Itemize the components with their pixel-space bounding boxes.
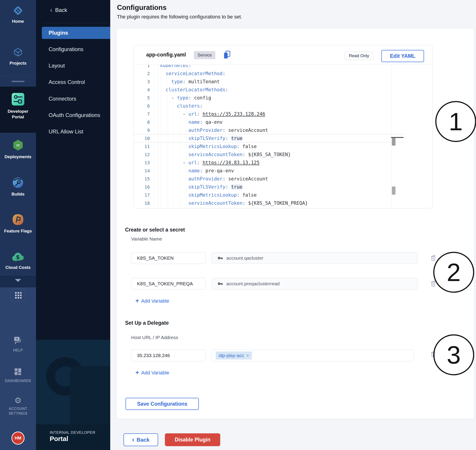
yaml-line-9: 9 authProvider: serviceAccount bbox=[134, 126, 393, 134]
sidebar-user-avatar[interactable]: HM bbox=[0, 432, 36, 444]
plugin-subnav: ‹ Back PluginsConfigurationsLayoutAccess… bbox=[36, 0, 110, 450]
delegate-heading: Set Up a Delegate bbox=[125, 320, 169, 326]
yaml-line-11: 11 skipMetricsLookup: false bbox=[134, 142, 393, 151]
feature-flags-icon bbox=[12, 214, 24, 226]
secret-selector[interactable]: account.preqaclusterread bbox=[212, 278, 417, 290]
yaml-line-8: 8 name: qa-env bbox=[134, 118, 393, 126]
annotation-circle-1: 1 bbox=[435, 101, 476, 142]
yaml-line-10: 10 skipTLSVerify: true bbox=[134, 134, 393, 142]
sidebar-item-feature-flags[interactable]: Feature Flags bbox=[0, 214, 36, 234]
sidebar-item-label: Developer Portal bbox=[1, 109, 35, 120]
subnav-item-oauth-configurations[interactable]: OAuth Configurations bbox=[36, 109, 110, 121]
add-variable-link-delegate[interactable]: + Add Variable bbox=[135, 370, 169, 376]
host-url-label: Host URL / IP Address bbox=[131, 335, 178, 340]
copy-icon[interactable] bbox=[223, 50, 231, 60]
read-only-badge: Read Only bbox=[345, 52, 373, 60]
sidebar-item-home[interactable]: Home bbox=[0, 6, 36, 24]
sidebar-item-builds[interactable]: Builds bbox=[0, 177, 36, 197]
sidebar-divider-handle[interactable] bbox=[0, 76, 36, 87]
yaml-line-6: 6 clusters: bbox=[134, 102, 393, 110]
save-configurations-button[interactable]: Save Configurations bbox=[125, 398, 199, 410]
help-icon: ? bbox=[13, 336, 23, 346]
back-button[interactable]: ‹ Back bbox=[123, 433, 158, 446]
dashboards-icon bbox=[14, 368, 22, 377]
plus-icon: + bbox=[135, 298, 139, 304]
subnav-item-layout[interactable]: Layout bbox=[36, 60, 110, 72]
disable-plugin-button[interactable]: Disable Plugin bbox=[165, 433, 220, 446]
yaml-line-4: 4 clusterLocatorMethods: bbox=[134, 86, 393, 94]
app-root: Home Projects Developer Portal ∞ Deploym… bbox=[0, 0, 476, 450]
editor-scrollbar-thumb[interactable] bbox=[392, 187, 395, 195]
sidebar-item-projects[interactable]: Projects bbox=[0, 47, 36, 66]
remove-tag-icon[interactable]: × bbox=[246, 353, 249, 358]
sidebar-apps-button[interactable] bbox=[11, 289, 26, 302]
plus-icon: + bbox=[135, 370, 139, 376]
gutter-separator bbox=[158, 65, 158, 208]
developer-portal-icon bbox=[12, 93, 24, 107]
subnav-item-connectors[interactable]: Connectors bbox=[36, 93, 110, 105]
indent-guide bbox=[161, 65, 161, 208]
sidebar-collapse-row[interactable] bbox=[0, 275, 36, 288]
builds-icon bbox=[12, 177, 24, 189]
current-line-border-bottom bbox=[134, 142, 403, 142]
back-label: Back bbox=[55, 7, 67, 13]
decorative-square bbox=[70, 366, 110, 434]
subnav-back-button[interactable]: ‹ Back bbox=[50, 7, 67, 13]
variable-name-input[interactable] bbox=[131, 252, 206, 264]
subnav-item-access-control[interactable]: Access Control bbox=[36, 76, 110, 88]
sidebar-item-cloud-costs[interactable]: $ Cloud Costs bbox=[0, 252, 36, 270]
tag-label: idp-play-acc bbox=[219, 353, 244, 358]
sidebar-item-deployments[interactable]: ∞ Deployments bbox=[0, 139, 36, 160]
svg-text:∞: ∞ bbox=[16, 142, 20, 148]
sidebar-item-label: ACCOUNT SETTINGS bbox=[1, 407, 35, 416]
svg-text:?: ? bbox=[16, 337, 18, 341]
variable-name-input[interactable] bbox=[131, 278, 206, 290]
secret-ref-label: account.qacluster bbox=[226, 255, 264, 261]
edit-yaml-button[interactable]: Edit YAML bbox=[381, 50, 424, 62]
gear-icon: ⚙ bbox=[14, 397, 22, 405]
yaml-line-2: 2 serviceLocatorMethod: bbox=[134, 70, 393, 78]
sidebar-item-developer-portal[interactable]: Developer Portal bbox=[0, 93, 36, 120]
indent-guide bbox=[173, 65, 173, 208]
yaml-line-3: 3 type: multiTenant bbox=[134, 78, 393, 86]
editor-scrollbar-thumb[interactable] bbox=[392, 138, 395, 146]
apps-grid-icon bbox=[15, 292, 22, 299]
secret-variable-row: account.qacluster bbox=[131, 252, 446, 264]
delete-variable-button[interactable] bbox=[430, 255, 436, 262]
yaml-line-13: 13 - url: https://34.83.13.125 bbox=[134, 159, 393, 167]
indent-guide bbox=[167, 65, 167, 208]
host-url-input[interactable] bbox=[131, 350, 206, 361]
sidebar-item-help[interactable]: ? HELP bbox=[0, 336, 36, 353]
yaml-line-18: 18 serviceAccountToken: ${K8S_SA_TOKEN_P… bbox=[134, 199, 393, 207]
yaml-code-viewer[interactable]: 1kubernetes:2 serviceLocatorMethod:3 typ… bbox=[134, 65, 393, 208]
yaml-line-16: 16 skipTLSVerify: true bbox=[134, 183, 393, 191]
sidebar-item-dashboards[interactable]: DASHBOARDS bbox=[0, 368, 36, 383]
page-title: Configurations bbox=[117, 4, 166, 12]
subnav-item-plugins[interactable]: Plugins bbox=[42, 27, 110, 39]
sidebar-item-label: DASHBOARDS bbox=[1, 379, 35, 383]
subnav-item-configurations[interactable]: Configurations bbox=[36, 43, 110, 55]
yaml-line-7: 7 - url: https://35.233.128.246 bbox=[134, 110, 393, 118]
annotation-circle-2: 2 bbox=[433, 252, 474, 293]
delegate-row: idp-play-acc× bbox=[131, 350, 446, 361]
sidebar-item-account-settings[interactable]: ⚙ ACCOUNT SETTINGS bbox=[0, 397, 36, 416]
key-icon bbox=[217, 281, 223, 287]
yaml-line-15: 15 authProvider: serviceAccount bbox=[134, 175, 393, 183]
secret-selector[interactable]: account.qacluster bbox=[212, 252, 417, 264]
yaml-line-5: 5 - type: config bbox=[134, 94, 393, 102]
add-variable-link-secrets[interactable]: + Add Variable bbox=[135, 298, 169, 304]
footer-title: Portal bbox=[50, 435, 68, 443]
sidebar-item-label: Feature Flags bbox=[1, 228, 35, 234]
current-line-border-top bbox=[134, 134, 403, 134]
add-variable-label: Add Variable bbox=[141, 370, 169, 376]
svg-text:$: $ bbox=[16, 254, 20, 260]
key-icon bbox=[217, 255, 223, 261]
sidebar-item-label: HELP bbox=[1, 348, 35, 353]
back-button-label: Back bbox=[136, 437, 149, 443]
subnav-footer: INTERNAL DEVELOPER Portal bbox=[36, 340, 110, 450]
subnav-item-url-allow-list[interactable]: URL Allow List bbox=[36, 125, 110, 138]
projects-icon bbox=[13, 47, 23, 59]
yaml-line-12: 12 serviceAccountToken: ${K8S_SA_TOKEN} bbox=[134, 151, 393, 159]
trash-icon bbox=[430, 255, 436, 261]
delegate-tags-field[interactable]: idp-play-acc× bbox=[212, 350, 414, 361]
